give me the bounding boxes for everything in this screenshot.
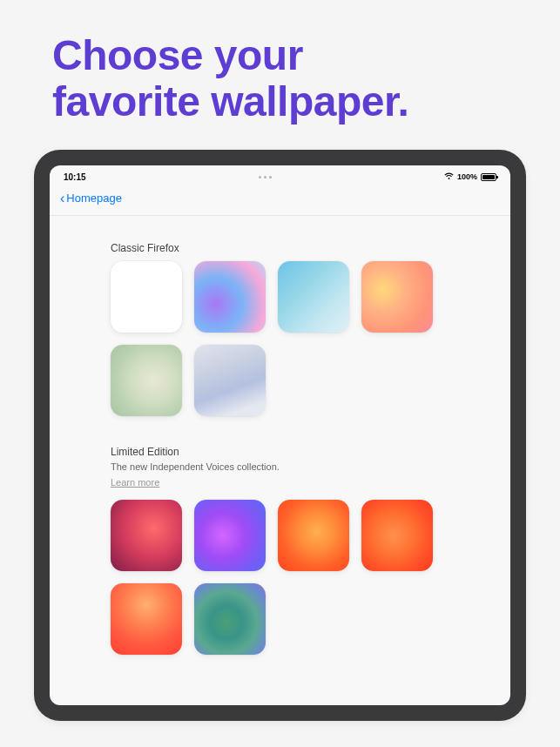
swatch-grid-classic	[111, 261, 449, 416]
promo-title: Choose your favorite wallpaper.	[0, 0, 560, 150]
swatch-crimson[interactable]	[111, 500, 182, 571]
wifi-icon	[444, 172, 454, 182]
section-title-classic: Classic Firefox	[111, 242, 449, 254]
swatch-grid-limited	[111, 500, 449, 655]
battery-icon	[481, 173, 496, 181]
multitask-dots-icon	[259, 176, 272, 178]
swatch-pastel-curve[interactable]	[194, 261, 266, 333]
tablet-frame: 10:15 100% ‹ Homepage Classic Firefox	[34, 150, 526, 721]
learn-more-link[interactable]: Learn more	[111, 477, 159, 488]
swatch-amber-glow[interactable]	[361, 261, 433, 333]
chevron-left-icon: ‹	[60, 191, 64, 206]
content-area: Classic Firefox Limited Edition The new …	[50, 216, 510, 655]
swatch-sunset-blaze[interactable]	[111, 583, 182, 655]
tablet-screen: 10:15 100% ‹ Homepage Classic Firefox	[50, 165, 510, 705]
swatch-ember[interactable]	[361, 500, 433, 571]
nav-bar: ‹ Homepage	[50, 185, 510, 216]
promo-title-line1: Choose your	[52, 32, 303, 78]
status-time: 10:15	[64, 172, 86, 182]
swatch-violet-haze[interactable]	[194, 500, 266, 571]
section-classic: Classic Firefox	[111, 242, 449, 416]
back-label: Homepage	[66, 192, 122, 205]
swatch-default-white[interactable]	[111, 261, 182, 333]
section-title-limited: Limited Edition	[111, 446, 449, 458]
section-limited: Limited Edition The new Independent Voic…	[111, 446, 449, 655]
back-button[interactable]: ‹ Homepage	[60, 191, 122, 206]
section-subtitle-limited: The new Independent Voices collection.	[111, 461, 449, 472]
swatch-dusk-wave[interactable]	[194, 345, 266, 416]
swatch-sage[interactable]	[111, 345, 182, 416]
promo-title-line2: favorite wallpaper.	[52, 78, 408, 124]
status-bar: 10:15 100%	[50, 165, 510, 185]
swatch-emerald-mix[interactable]	[194, 583, 266, 655]
swatch-cerulean[interactable]	[278, 261, 349, 333]
swatch-tangerine[interactable]	[278, 500, 349, 571]
status-indicators: 100%	[444, 172, 496, 182]
battery-pct: 100%	[457, 172, 477, 181]
